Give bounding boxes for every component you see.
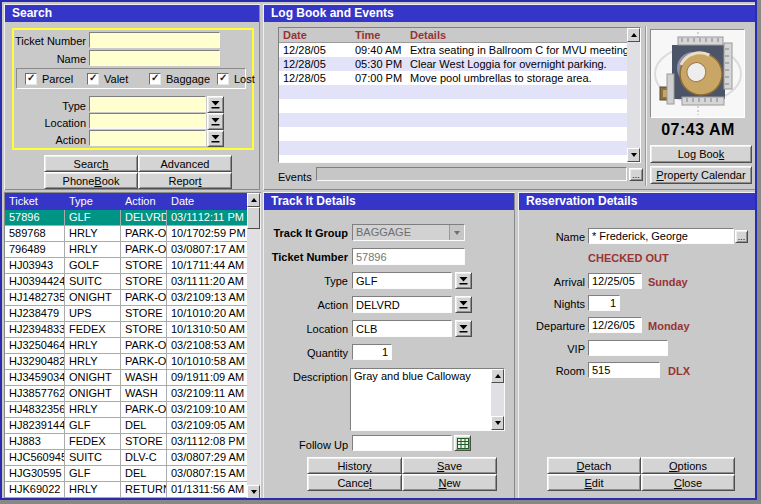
logbook-row[interactable]: 12/28/05 07:00 PM Move pool umbrellas to… [279, 71, 627, 85]
history-button[interactable]: History [307, 457, 402, 474]
ticket-row[interactable]: HJG30595 GLF DEL 03/0807:15 AM [5, 466, 247, 482]
ticket-row[interactable]: HJ039442456 SUITC STORE 03/1111:20 AM [5, 274, 247, 290]
nights-field[interactable] [588, 295, 620, 311]
checkbox-icon[interactable] [87, 73, 99, 85]
detach-button[interactable]: Detach [547, 457, 641, 474]
save-button[interactable]: Save [402, 457, 497, 474]
ticket-row[interactable]: HJ3250464 HRLY PARK-O 03/2108:53 AM [5, 338, 247, 354]
property-calendar-button[interactable]: Property Calendar [650, 166, 752, 184]
panel-divider [645, 26, 647, 186]
ticket-row[interactable]: 589768 HRLY PARK-O 10/1702:59 PM [5, 226, 247, 242]
column-header-date[interactable]: Date [279, 28, 351, 42]
scroll-down-button[interactable] [491, 416, 504, 430]
cancel-button[interactable]: Cancel [307, 474, 402, 491]
scroll-up-button[interactable] [491, 369, 504, 383]
scroll-down-button[interactable] [247, 485, 260, 499]
options-button[interactable]: Options [641, 457, 735, 474]
type-cell: HRLY [65, 482, 121, 497]
logbook-row[interactable]: 12/28/05 09:40 AM Extra seating in Ballr… [279, 43, 627, 57]
type-lov-button[interactable] [455, 272, 472, 289]
close-button[interactable]: Close [641, 474, 735, 491]
vip-field[interactable] [588, 340, 668, 356]
new-button[interactable]: New [402, 474, 497, 491]
ticket-row[interactable]: HJK69022 HRLY RETURNED 01/1311:56 AM [5, 482, 247, 498]
room-field[interactable] [588, 362, 660, 378]
ticket-row[interactable]: HJ82391443 GLF DEL 03/2109:05 AM [5, 418, 247, 434]
description-scrollbar[interactable] [491, 369, 504, 430]
ticket-row[interactable]: HJ3857762 ONIGHT WASH 03/2109:11 AM [5, 386, 247, 402]
ticket-row[interactable]: 796489 HRLY PARK-O 03/0807:17 AM [5, 242, 247, 258]
phone-book-button[interactable]: Phone Book [44, 172, 138, 189]
date-cell: 10/1711:44 AM [167, 258, 247, 273]
type-lov-button[interactable] [207, 96, 224, 113]
category-checkbox[interactable]: Baggage [149, 72, 210, 85]
location-combo-input[interactable] [89, 113, 206, 129]
name-lookup-button[interactable]: ... [735, 230, 748, 243]
ticket-row[interactable]: HJ3290482 HRLY PARK-O 10/1010:58 AM [5, 354, 247, 370]
search-button[interactable]: Search [44, 155, 138, 172]
ticket-cell: 589768 [5, 226, 65, 241]
location-lov-button[interactable] [207, 113, 224, 130]
logbook-row[interactable]: 12/28/05 05:30 PM Clear West Loggia for … [279, 57, 627, 71]
events-more-button[interactable]: ... [629, 168, 643, 181]
checkbox-label: Lost [234, 73, 255, 85]
arrival-date-field[interactable] [588, 273, 642, 289]
arrival-label: Arrival [522, 275, 585, 290]
ticket-row[interactable]: HJ34590344 ONIGHT WASH 09/1911:09 AM [5, 370, 247, 386]
checkbox-icon[interactable] [149, 73, 161, 85]
action-combo-input[interactable] [352, 296, 452, 313]
departure-date-field[interactable] [588, 317, 642, 333]
ticket-number-input[interactable] [89, 32, 220, 48]
scroll-up-button[interactable] [247, 193, 260, 207]
advanced-button[interactable]: Advanced [138, 155, 232, 172]
column-header-time[interactable]: Time [351, 28, 406, 42]
scroll-down-icon [631, 153, 637, 160]
column-header-type[interactable]: Type [65, 193, 121, 210]
column-header-date[interactable]: Date [167, 193, 247, 210]
type-cell: SUITC [65, 450, 121, 465]
events-field[interactable] [316, 167, 627, 181]
ticket-list-scrollbar[interactable] [247, 193, 260, 499]
name-input[interactable] [89, 50, 220, 66]
search-panel-title: Search [5, 5, 259, 22]
type-combo-input[interactable] [89, 96, 206, 112]
category-checkbox[interactable]: Parcel [25, 72, 73, 85]
scroll-up-button[interactable] [627, 28, 640, 42]
column-header-action[interactable]: Action [121, 193, 167, 210]
action-lov-button[interactable] [455, 296, 472, 313]
quantity-field[interactable] [352, 344, 392, 360]
location-lov-button[interactable] [455, 320, 472, 337]
report-button[interactable]: Report [138, 172, 232, 189]
category-checkbox[interactable]: Lost [217, 72, 255, 85]
ticket-row[interactable]: HJC560945 SUITC DLV-C 03/0807:29 AM [5, 450, 247, 466]
details-cell: Clear West Loggia for overnight parking. [406, 57, 627, 71]
checkbox-icon[interactable] [217, 73, 229, 85]
column-header-details[interactable]: Details [406, 28, 640, 42]
ticket-row[interactable]: HJ883 FEDEX STORE 03/1112:08 PM [5, 434, 247, 450]
scrollbar-thumb[interactable] [247, 207, 260, 229]
ticket-row[interactable]: 57896 GLF DELVRD 03/1112:11 PM [5, 210, 247, 226]
log-book-button[interactable]: Log Book [650, 145, 752, 163]
date-cell: 03/2109:10 AM [167, 402, 247, 417]
action-combo-input[interactable] [89, 130, 206, 146]
description-textarea[interactable]: Gray and blue Calloway [351, 369, 491, 430]
edit-button[interactable]: Edit [547, 474, 641, 491]
checkbox-icon[interactable] [25, 73, 37, 85]
guest-name-field[interactable] [588, 228, 734, 244]
ticket-row[interactable]: HJ03943 GOLF STORE 10/1711:44 AM [5, 258, 247, 274]
ticket-row[interactable]: HJ1482735 ONIGHT PARK-O 03/2109:13 AM [5, 290, 247, 306]
logbook-scrollbar[interactable] [627, 28, 640, 162]
location-label: Location [12, 116, 86, 131]
action-lov-button[interactable] [207, 130, 224, 147]
followup-field[interactable] [352, 435, 452, 451]
type-combo-input[interactable] [352, 272, 452, 289]
category-checkbox[interactable]: Valet [87, 72, 128, 85]
scroll-down-button[interactable] [627, 148, 640, 162]
followup-calendar-button[interactable] [454, 435, 471, 451]
ticket-row[interactable]: HJ4832356 HRLY PARK-O 03/2109:10 AM [5, 402, 247, 418]
ticket-row[interactable]: HJ2394833 FEDEX STORE 10/1310:50 AM [5, 322, 247, 338]
location-combo-input[interactable] [352, 320, 452, 337]
ticket-number-field[interactable] [352, 248, 465, 265]
column-header-ticket[interactable]: Ticket [5, 193, 65, 210]
ticket-row[interactable]: HJ238479 UPS STORE 10/1010:20 AM [5, 306, 247, 322]
